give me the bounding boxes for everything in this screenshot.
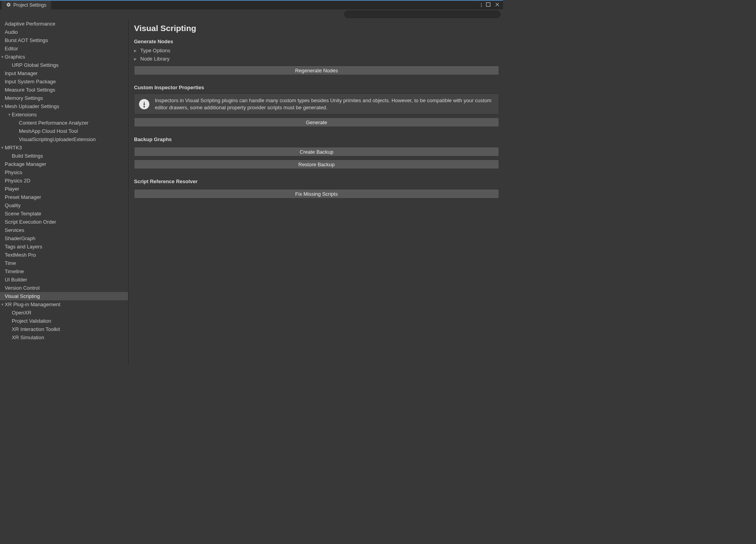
sidebar-item-label: Preset Manager — [5, 194, 41, 200]
sidebar-item-label: OpenXR — [12, 310, 31, 316]
sidebar-item[interactable]: Audio — [0, 28, 128, 36]
sidebar-item-label: VisualScriptingUploaderExtension — [19, 136, 96, 142]
sidebar-item[interactable]: Measure Tool Settings — [0, 86, 128, 94]
exclamation-icon — [138, 98, 150, 110]
tab-label: Project Settings — [13, 2, 46, 8]
sidebar-item[interactable]: Burst AOT Settings — [0, 36, 128, 44]
sidebar-item-label: UI Builder — [5, 277, 27, 283]
chevron-down-icon: ▼ — [0, 146, 5, 150]
sidebar-item[interactable]: Content Performance Analyzer — [0, 119, 128, 127]
chevron-down-icon: ▼ — [0, 55, 5, 59]
sidebar-item[interactable]: UI Builder — [0, 276, 128, 284]
tab-project-settings[interactable]: Project Settings — [2, 1, 51, 9]
sidebar-item[interactable]: ▼MRTK3 — [0, 143, 128, 152]
section-generate-nodes: Generate Nodes — [134, 39, 499, 44]
project-settings-window: Project Settings Adaptive PerformanceAud… — [0, 0, 503, 365]
sidebar-item-label: Player — [5, 186, 19, 192]
search-input[interactable] — [344, 11, 501, 18]
section-backup: Backup Graphs — [134, 136, 499, 142]
sidebar-item[interactable]: Time — [0, 259, 128, 267]
sidebar-item-label: Services — [5, 227, 24, 233]
sidebar-item-label: Project Validation — [12, 318, 51, 324]
close-icon[interactable] — [495, 2, 500, 9]
sidebar-item-label: Memory Settings — [5, 95, 43, 101]
sidebar-item-label: Time — [5, 260, 16, 266]
sidebar-item[interactable]: Package Manager — [0, 160, 128, 168]
sidebar-item[interactable]: ▼XR Plug-in Management — [0, 300, 128, 309]
chevron-down-icon: ▼ — [0, 105, 5, 108]
sidebar-item[interactable]: Editor — [0, 44, 128, 53]
sidebar-item[interactable]: XR Simulation — [0, 333, 128, 342]
sidebar-item[interactable]: Quality — [0, 201, 128, 210]
sidebar-item[interactable]: Adaptive Performance — [0, 20, 128, 28]
sidebar-item-label: MeshApp Cloud Host Tool — [19, 128, 78, 134]
sidebar-item[interactable]: Visual Scripting — [0, 292, 128, 300]
section-resolver: Script Reference Resolver — [134, 178, 499, 184]
sidebar-item-label: Quality — [5, 202, 20, 208]
sidebar-item[interactable]: TextMesh Pro — [0, 251, 128, 259]
sidebar-item-label: Adaptive Performance — [5, 21, 55, 27]
sidebar-item[interactable]: Input System Package — [0, 77, 128, 86]
settings-sidebar: Adaptive PerformanceAudioBurst AOT Setti… — [0, 19, 128, 365]
chevron-right-icon: ▶ — [134, 57, 138, 61]
sidebar-item-label: Mesh Uploader Settings — [5, 103, 59, 109]
svg-rect-0 — [486, 3, 490, 7]
sidebar-item[interactable]: ShaderGraph — [0, 234, 128, 243]
sidebar-item[interactable]: OpenXR — [0, 309, 128, 317]
sidebar-item[interactable]: Memory Settings — [0, 94, 128, 102]
sidebar-item[interactable]: Version Control — [0, 284, 128, 292]
sidebar-item-label: Measure Tool Settings — [5, 87, 55, 93]
foldout-type-options[interactable]: ▶ Type Options — [134, 48, 499, 53]
sidebar-item[interactable]: Tags and Layers — [0, 243, 128, 251]
sidebar-item[interactable]: Build Settings — [0, 152, 128, 160]
sidebar-item[interactable]: ▼Graphics — [0, 53, 128, 61]
sidebar-item-label: Editor — [5, 46, 18, 51]
sidebar-item[interactable]: URP Global Settings — [0, 61, 128, 69]
sidebar-item-label: TextMesh Pro — [5, 252, 36, 258]
sidebar-item[interactable]: Player — [0, 185, 128, 193]
fix-missing-scripts-button[interactable]: Fix Missing Scripts — [134, 189, 499, 198]
sidebar-item[interactable]: Services — [0, 226, 128, 234]
sidebar-item-label: MRTK3 — [5, 145, 22, 151]
sidebar-item[interactable]: Input Manager — [0, 69, 128, 77]
sidebar-item-label: Version Control — [5, 285, 40, 291]
sidebar-item[interactable]: Project Validation — [0, 317, 128, 325]
foldout-label: Node Library — [140, 56, 169, 62]
regenerate-nodes-button[interactable]: Regenerate Nodes — [134, 66, 499, 75]
chevron-down-icon: ▼ — [7, 113, 12, 117]
sidebar-item-label: Content Performance Analyzer — [19, 120, 88, 126]
sidebar-item[interactable]: XR Interaction Toolkit — [0, 325, 128, 333]
sidebar-item-label: Burst AOT Settings — [5, 37, 48, 43]
restore-backup-button[interactable]: Restore Backup — [134, 160, 499, 169]
sidebar-item-label: Input System Package — [5, 79, 56, 85]
sidebar-item[interactable]: Physics 2D — [0, 176, 128, 185]
foldout-node-library[interactable]: ▶ Node Library — [134, 56, 499, 62]
sidebar-item[interactable]: Script Execution Order — [0, 218, 128, 226]
sidebar-item-label: Script Execution Order — [5, 219, 56, 225]
chevron-down-icon: ▼ — [0, 303, 5, 307]
kebab-menu-icon[interactable] — [481, 3, 482, 7]
searchbar-row — [0, 9, 503, 19]
sidebar-item[interactable]: Scene Template — [0, 210, 128, 218]
sidebar-item[interactable]: VisualScriptingUploaderExtension — [0, 135, 128, 143]
sidebar-item-label: Physics 2D — [5, 178, 30, 184]
sidebar-item-label: XR Interaction Toolkit — [12, 326, 60, 332]
sidebar-item-label: XR Simulation — [12, 334, 44, 340]
sidebar-item-label: Graphics — [5, 54, 25, 60]
sidebar-item[interactable]: ▼Extensions — [0, 110, 128, 119]
sidebar-item[interactable]: Preset Manager — [0, 193, 128, 201]
generate-button[interactable]: Generate — [134, 118, 499, 127]
chevron-right-icon: ▶ — [134, 49, 138, 53]
sidebar-item[interactable]: Timeline — [0, 267, 128, 276]
sidebar-item-label: Package Manager — [5, 161, 46, 167]
sidebar-item-label: URP Global Settings — [12, 62, 59, 68]
create-backup-button[interactable]: Create Backup — [134, 147, 499, 156]
sidebar-item-label: Timeline — [5, 268, 24, 274]
foldout-label: Type Options — [140, 48, 171, 53]
maximize-icon[interactable] — [486, 2, 491, 9]
section-custom-inspector: Custom Inspector Properties — [134, 85, 499, 90]
sidebar-item-label: Scene Template — [5, 211, 41, 217]
sidebar-item[interactable]: Physics — [0, 168, 128, 176]
sidebar-item[interactable]: ▼Mesh Uploader Settings — [0, 102, 128, 110]
sidebar-item[interactable]: MeshApp Cloud Host Tool — [0, 127, 128, 135]
